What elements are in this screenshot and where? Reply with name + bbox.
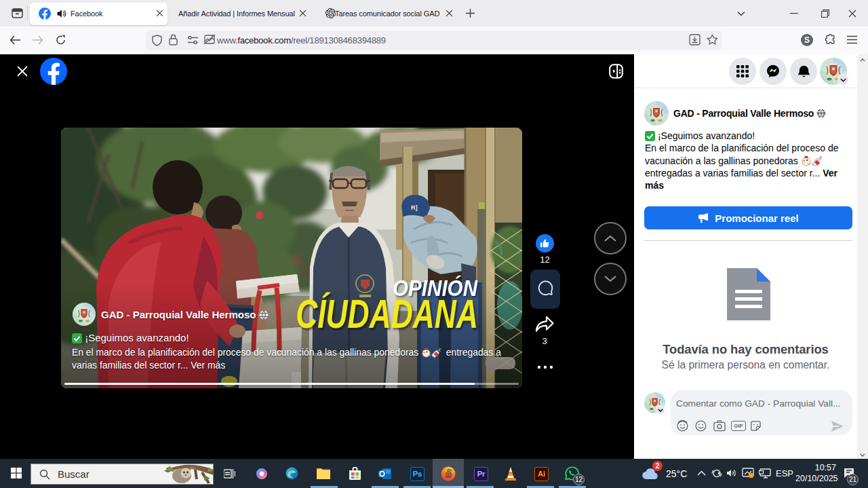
svg-text:R]: R]	[411, 204, 418, 211]
